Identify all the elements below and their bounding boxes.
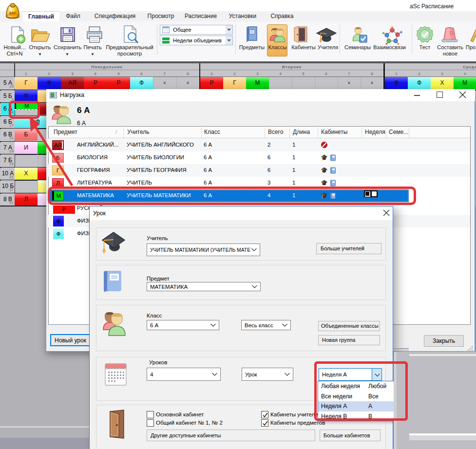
svg-text:asc: asc (9, 10, 16, 15)
